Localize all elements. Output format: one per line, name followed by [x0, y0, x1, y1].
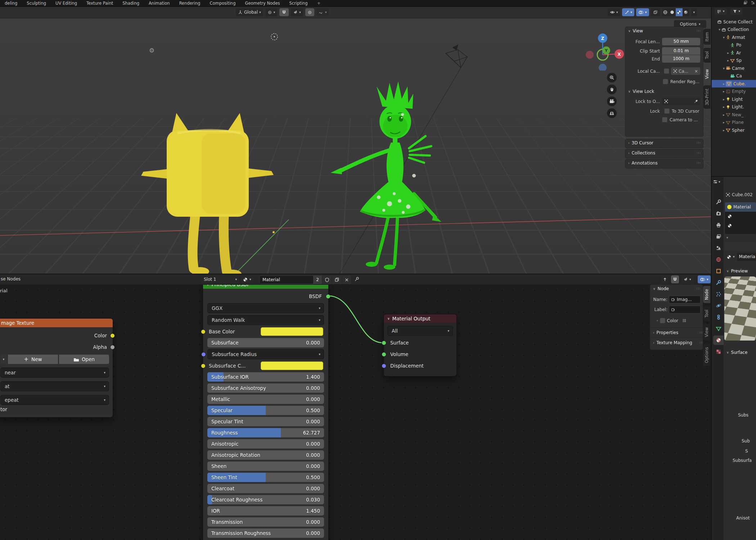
color-output-socket[interactable]: [110, 333, 115, 338]
alpha-output-socket[interactable]: [110, 345, 115, 350]
volume-input-socket[interactable]: [382, 352, 386, 357]
shading-dropdown[interactable]: ▾: [691, 8, 697, 16]
texture-mapping-header[interactable]: ›Texture Mapping∷∷: [650, 339, 706, 347]
overlays-dropdown[interactable]: ▾: [698, 275, 711, 283]
material-slot-active[interactable]: Material: [725, 202, 756, 212]
workspace-tab-compositing[interactable]: Compositing: [205, 0, 240, 6]
principled-row-sheen[interactable]: Sheen0.000: [207, 462, 324, 471]
shader-editor[interactable]: se Nodes Slot 1 ▾ ▾ Material 2 × ▾: [0, 274, 712, 540]
camera-to-view-checkbox[interactable]: [662, 117, 667, 122]
properties-tab-constraints[interactable]: [713, 312, 724, 322]
render-region-checkbox[interactable]: [663, 79, 668, 84]
outliner-item-light-[interactable]: ▸Light.: [712, 103, 756, 111]
principled-row-specular-tint[interactable]: Specular Tint0.000: [207, 417, 324, 426]
output-input-volume[interactable]: Volume: [390, 350, 453, 359]
outliner-item-po[interactable]: Po: [712, 41, 756, 49]
tab-tool[interactable]: Tool: [703, 48, 711, 62]
principled-row-anisotropic[interactable]: Anisotropic0.000: [207, 439, 324, 449]
workspace-tab-animation[interactable]: Animation: [144, 0, 175, 6]
principled-row-specular[interactable]: Specular0.500: [207, 406, 324, 415]
view-panel-header[interactable]: ∨View ∷∷: [625, 27, 703, 35]
gizmo-x-label[interactable]: X: [617, 52, 621, 57]
navigation-gizmo[interactable]: Y Z X: [580, 24, 627, 71]
principled-row-clearcoat[interactable]: Clearcoat0.000: [207, 484, 324, 493]
output-input-surface[interactable]: Surface: [390, 338, 453, 347]
properties-tab-object-data[interactable]: [713, 324, 724, 333]
outliner-item-sp[interactable]: ▸Sp: [712, 57, 756, 64]
output-target-dropdown[interactable]: All ▾: [387, 326, 453, 336]
light-object[interactable]: [271, 33, 278, 40]
principled-row-clearcoat-roughness[interactable]: Clearcoat Roughness0.030: [207, 495, 324, 504]
outliner-item-ar[interactable]: ▸Ar: [712, 49, 756, 57]
yellow-character-mesh[interactable]: [141, 113, 274, 274]
expand-icon[interactable]: ▸: [722, 129, 726, 132]
workspace-tab-shading[interactable]: Shading: [118, 0, 144, 6]
color-presets-icon[interactable]: [682, 318, 687, 323]
snap-target-dropdown[interactable]: ▾: [291, 8, 303, 16]
properties-tab-world[interactable]: [713, 255, 724, 264]
go-to-parent-button[interactable]: [661, 275, 669, 283]
base-color-socket[interactable]: [201, 329, 206, 334]
base-color-swatch[interactable]: [261, 327, 323, 336]
local-camera-field[interactable]: Ca... ×: [671, 67, 700, 75]
falloff-dropdown[interactable]: ▾: [316, 8, 329, 16]
outliner-display-mode-dropdown[interactable]: ▾: [715, 8, 727, 15]
eyedropper-icon[interactable]: [694, 99, 698, 104]
properties-panel-header[interactable]: ›Properties∷∷: [650, 329, 706, 337]
new-material-copy-button[interactable]: [332, 275, 342, 284]
outliner-filter-dropdown[interactable]: ▾: [730, 8, 743, 15]
principled-row-ior[interactable]: IOR1.450: [207, 506, 324, 516]
material-slot[interactable]: [725, 212, 756, 221]
gizmo-z-label[interactable]: Z: [601, 36, 604, 41]
editor-type-dropdown[interactable]: ▾: [713, 179, 720, 184]
expand-icon[interactable]: ▸: [722, 121, 726, 124]
properties-tab-object[interactable]: [713, 266, 724, 276]
outliner-item-light[interactable]: ▸Light: [712, 95, 756, 103]
object-visibility-dropdown[interactable]: ▾: [608, 8, 620, 16]
unlink-x-button[interactable]: ×: [342, 275, 351, 284]
imgtex-dropdown[interactable]: at▾: [0, 381, 109, 391]
breadcrumb-object-name[interactable]: Cube.002: [732, 192, 753, 197]
material-slot[interactable]: [725, 221, 756, 230]
expand-icon[interactable]: ▸: [722, 98, 726, 101]
properties-tab-particles[interactable]: [713, 289, 724, 299]
pin-icon[interactable]: [354, 276, 360, 282]
properties-tab-physics[interactable]: [713, 301, 724, 310]
subsurface-c--swatch[interactable]: [261, 361, 323, 370]
expand-icon[interactable]: ▸: [722, 90, 726, 93]
tab-tool[interactable]: Tool: [703, 306, 710, 321]
principled-bsdf-node[interactable]: ∨ Principled BSDF BSDF GGX▾Random Walk▾B…: [203, 280, 329, 540]
camera-view-button[interactable]: [607, 96, 617, 106]
browse-material-dropdown[interactable]: ▾: [240, 275, 253, 283]
surface-panel-header[interactable]: ∨Surface: [724, 348, 750, 356]
subsurface-radius-socket[interactable]: [201, 352, 206, 357]
principled-row-subsurface[interactable]: Subsurface0.000: [207, 338, 324, 347]
editor-divider-vertical[interactable]: [711, 6, 712, 540]
outliner-item-ca[interactable]: Ca: [712, 72, 756, 80]
shading-wireframe-button[interactable]: [662, 8, 669, 16]
principled-row-subsurface-c-[interactable]: Subsurface C...: [207, 361, 324, 370]
fake-user-shield-button[interactable]: [322, 275, 332, 284]
panel-grip[interactable]: ∷∷: [697, 29, 700, 33]
expand-icon[interactable]: ▾: [717, 28, 721, 31]
gizmos-dropdown[interactable]: ▾: [622, 8, 635, 16]
snap-target-dropdown[interactable]: ▾: [681, 275, 693, 283]
tab-item[interactable]: Item: [703, 29, 711, 45]
tab-3d-print[interactable]: 3D-Print: [703, 85, 711, 109]
imgtex-output-alpha[interactable]: Alpha: [66, 342, 109, 352]
node-name-field[interactable]: Imag...: [669, 296, 701, 303]
gear-empty-icon[interactable]: ⚙: [149, 47, 154, 54]
material-name-field[interactable]: Material: [259, 275, 319, 284]
surface-input-socket[interactable]: [382, 341, 386, 345]
npanel-annotations[interactable]: ›Annotations∷∷: [625, 159, 703, 168]
slot-name-field[interactable]: [725, 242, 756, 250]
outliner-item-cube-[interactable]: ▸Cube.: [712, 80, 756, 87]
principled-row-subsurface-radius[interactable]: Subsurface Radius▾: [207, 349, 324, 359]
local-camera-checkbox[interactable]: [664, 68, 669, 74]
principled-row-random-walk[interactable]: Random Walk▾: [207, 315, 324, 325]
principled-row-ggx[interactable]: GGX▾: [207, 303, 324, 313]
outliner-item-new-[interactable]: ▸New_: [712, 111, 756, 118]
workspace-tab-scripting[interactable]: Scripting: [284, 0, 312, 6]
expand-icon[interactable]: ›: [657, 319, 658, 322]
properties-tab-modifiers[interactable]: [713, 278, 724, 287]
